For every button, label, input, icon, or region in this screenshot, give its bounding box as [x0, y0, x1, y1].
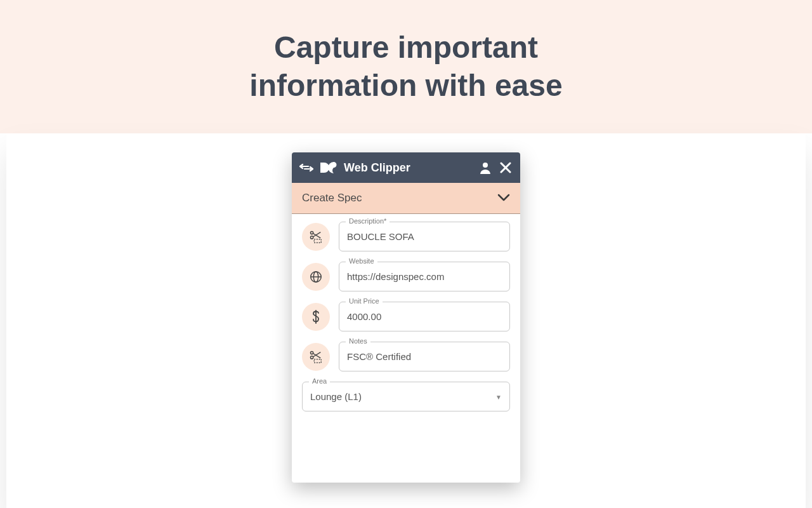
svg-rect-9 [314, 239, 321, 243]
web-clipper-widget: Web Clipper Create Spec [292, 152, 520, 483]
website-field-wrap: Website [339, 262, 510, 291]
dollar-icon[interactable] [302, 303, 330, 331]
swap-icon[interactable] [299, 161, 313, 175]
hero-banner: Capture important information with ease [0, 0, 812, 133]
headline-line-1: Capture important [274, 30, 538, 64]
app-logo [320, 161, 337, 174]
row-notes: Notes [302, 342, 510, 371]
svg-rect-18 [314, 359, 321, 363]
svg-point-14 [310, 351, 313, 354]
widget-title: Web Clipper [344, 161, 410, 175]
description-input[interactable] [339, 222, 509, 251]
unit-price-field-wrap: Unit Price [339, 302, 510, 331]
row-unit-price: Unit Price [302, 302, 510, 331]
area-select[interactable]: Area ▼ [302, 382, 510, 411]
hero-headline: Capture important information with ease [249, 29, 562, 105]
area-value[interactable] [303, 382, 509, 411]
close-icon[interactable] [499, 161, 513, 175]
svg-point-6 [310, 236, 313, 238]
notes-input[interactable] [339, 342, 509, 371]
headline-line-2: information with ease [249, 69, 562, 102]
notes-label: Notes [346, 337, 370, 345]
website-label: Website [346, 257, 377, 265]
clip-icon-2[interactable] [302, 343, 330, 371]
description-label: Description* [346, 217, 390, 225]
area-label: Area [309, 377, 330, 385]
row-website: Website [302, 262, 510, 291]
website-input[interactable] [339, 262, 509, 291]
chevron-down-icon [497, 192, 510, 204]
clip-icon[interactable] [302, 223, 330, 251]
section-title: Create Spec [302, 192, 362, 204]
unit-price-input[interactable] [339, 302, 509, 331]
widget-header: Web Clipper [292, 152, 520, 183]
dropdown-caret-icon: ▼ [495, 393, 502, 400]
globe-icon[interactable] [302, 263, 330, 291]
form-area: Description* Website [292, 214, 520, 422]
stage: Web Clipper Create Spec [6, 133, 806, 508]
user-icon[interactable] [478, 161, 492, 175]
notes-field-wrap: Notes [339, 342, 510, 371]
svg-point-5 [310, 231, 313, 234]
section-selector[interactable]: Create Spec [292, 183, 520, 214]
row-description: Description* [302, 222, 510, 251]
description-field-wrap: Description* [339, 222, 510, 251]
unit-price-label: Unit Price [346, 297, 383, 305]
svg-point-2 [483, 163, 488, 168]
svg-point-15 [310, 356, 313, 358]
